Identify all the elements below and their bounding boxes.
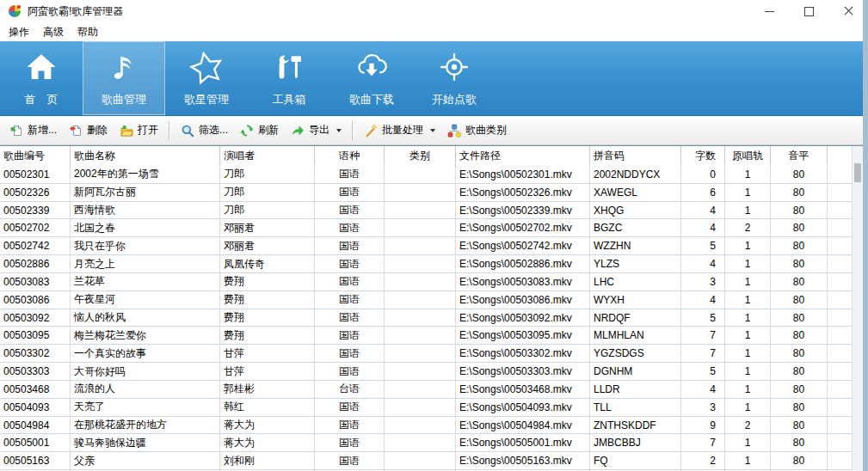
table-row[interactable]: 00502339西海情歌刀郎国语E:\Songs\00502339.mkvXHQ… bbox=[0, 202, 852, 220]
dropdown-arrow-icon[interactable] bbox=[336, 129, 342, 132]
table-row[interactable]: 00502702北国之春邓丽君国语E:\Songs\00502702.mkvBG… bbox=[0, 219, 852, 237]
cell-word-count: 7 bbox=[681, 327, 725, 344]
cell-song-name: 在那桃花盛开的地方 bbox=[71, 417, 220, 434]
table-row[interactable]: 00505001骏马奔驰保边疆蒋大为国语E:\Songs\00505001.mk… bbox=[0, 434, 852, 452]
column-header-volume-level[interactable]: 音平 bbox=[771, 146, 828, 166]
cell-song-name: 月亮之上 bbox=[71, 255, 220, 272]
vertical-scrollbar[interactable] bbox=[852, 146, 863, 471]
cell-pinyin-code: YGZSDGS bbox=[590, 345, 681, 362]
cell-singer: 刘和刚 bbox=[220, 452, 315, 469]
column-header-song-id[interactable]: 歌曲编号 bbox=[0, 146, 71, 166]
cell-song-name: 骏马奔驰保边疆 bbox=[71, 434, 220, 451]
cell-pinyin-code: YLZS bbox=[590, 255, 681, 272]
cell-original-track: 1 bbox=[725, 309, 771, 327]
table-row[interactable]: 00502326新阿瓦尔古丽刀郎国语E:\Songs\00502326.mkvX… bbox=[0, 184, 852, 202]
filter-icon bbox=[181, 124, 194, 138]
table-row[interactable]: 00504984在那桃花盛开的地方蒋大为国语E:\Songs\00504984.… bbox=[0, 417, 852, 435]
dropdown-arrow-icon[interactable] bbox=[430, 129, 435, 132]
table-row[interactable]: 00505163父亲刘和刚国语E:\Songs\00505163.mkvFQ21… bbox=[0, 452, 852, 470]
table-row[interactable]: 00503302一个真实的故事甘萍国语E:\Songs\00503302.mkv… bbox=[0, 345, 852, 363]
cell-file-path: E:\Songs\00502742.mkv bbox=[456, 237, 590, 254]
menu-item-advanced[interactable]: 高级 bbox=[36, 22, 71, 42]
menu-item-operations[interactable]: 操作 bbox=[2, 22, 36, 42]
nav-item-song-download[interactable]: 歌曲下载 bbox=[330, 41, 413, 115]
refresh-button[interactable]: 刷新 bbox=[234, 119, 285, 141]
cell-category bbox=[385, 417, 456, 434]
cell-language: 国语 bbox=[315, 166, 385, 183]
cell-file-path: E:\Songs\00503302.mkv bbox=[456, 345, 590, 362]
maximize-button[interactable] bbox=[789, 0, 828, 22]
minimize-button[interactable] bbox=[749, 0, 789, 22]
table-row[interactable]: 00503468流浪的人郭桂彬台语E:\Songs\00503468.mkvLL… bbox=[0, 381, 852, 399]
new-button[interactable]: 新增... bbox=[3, 119, 63, 141]
cell-category bbox=[385, 184, 456, 201]
table-row[interactable]: 00503095梅兰梅花兰爱你费翔国语E:\Songs\00503095.mkv… bbox=[0, 327, 852, 345]
cell-category bbox=[385, 202, 456, 219]
open-button[interactable]: 打开 bbox=[114, 119, 164, 141]
cell-category bbox=[385, 166, 456, 183]
nav-item-start-song-ordering[interactable]: 开始点歌 bbox=[413, 41, 496, 115]
table-row[interactable]: 00504093天亮了韩红国语E:\Songs\00504093.mkvTLL3… bbox=[0, 399, 852, 417]
column-header-file-path[interactable]: 文件路径 bbox=[456, 146, 590, 166]
nav-item-home[interactable]: 首 页 bbox=[0, 41, 83, 115]
toolbar-button-label: 删除 bbox=[87, 123, 108, 138]
cell-pinyin-code: NRDQF bbox=[590, 309, 681, 327]
column-header-original-track[interactable]: 原唱轨 bbox=[725, 146, 771, 166]
toolbar-button-label: 刷新 bbox=[258, 123, 279, 138]
delete-item-icon bbox=[69, 124, 83, 138]
table-row[interactable]: 00502886月亮之上凤凰传奇国语E:\Songs\00502886.mkvY… bbox=[0, 255, 852, 273]
cell-song-name: 兰花草 bbox=[71, 273, 220, 291]
cell-word-count: 4 bbox=[681, 255, 725, 272]
cell-original-track: 2 bbox=[725, 417, 771, 434]
column-header-word-count[interactable]: 字数 bbox=[681, 146, 725, 166]
cell-file-path: E:\Songs\00503468.mkv bbox=[456, 381, 590, 398]
nav-item-label: 首 页 bbox=[25, 92, 58, 107]
cell-volume-level: 80 bbox=[771, 255, 828, 272]
table-row[interactable]: 005023012002年的第一场雪刀郎国语E:\Songs\00502301.… bbox=[0, 166, 852, 184]
table-row[interactable]: 00503092恼人的秋风费翔国语E:\Songs\00503092.mkvNR… bbox=[0, 309, 852, 327]
cell-filler bbox=[828, 291, 852, 309]
cell-pinyin-code: 2002NDDYCX bbox=[590, 166, 681, 183]
cell-language: 国语 bbox=[315, 291, 385, 309]
table-row[interactable]: 00503303大哥你好吗甘萍国语E:\Songs\00503303.mkvDG… bbox=[0, 363, 852, 381]
table-row[interactable]: 00502742我只在乎你邓丽君国语E:\Songs\00502742.mkvW… bbox=[0, 237, 852, 255]
column-header-singer[interactable]: 演唱者 bbox=[220, 146, 315, 166]
cell-song-name: 梅兰梅花兰爱你 bbox=[71, 327, 220, 344]
cell-word-count: 9 bbox=[681, 417, 725, 434]
scrollbar-thumb[interactable] bbox=[854, 163, 861, 182]
nav-item-song-management[interactable]: 歌曲管理 bbox=[83, 41, 165, 115]
column-header-pinyin-code[interactable]: 拼音码 bbox=[590, 146, 681, 166]
cell-filler bbox=[828, 327, 852, 344]
cell-song-name: 天亮了 bbox=[71, 399, 220, 416]
nav-item-toolbox[interactable]: 工具箱 bbox=[248, 41, 330, 115]
target-icon bbox=[436, 49, 472, 85]
cell-language: 国语 bbox=[315, 327, 385, 344]
batch-process-button[interactable]: 批量处理 bbox=[358, 119, 441, 141]
cell-song-name: 北国之春 bbox=[71, 219, 220, 236]
filter-button[interactable]: 筛选... bbox=[175, 119, 234, 141]
cell-filler bbox=[828, 452, 852, 469]
column-header-song-name[interactable]: 歌曲名称 bbox=[71, 146, 220, 166]
cell-volume-level: 80 bbox=[771, 434, 828, 451]
cell-original-track: 1 bbox=[725, 452, 771, 469]
column-header-category[interactable]: 类别 bbox=[385, 146, 456, 166]
toolbar-button-label: 新增... bbox=[28, 123, 57, 138]
open-folder-icon bbox=[120, 124, 133, 138]
cell-language: 国语 bbox=[315, 219, 385, 236]
cell-singer: 刀郎 bbox=[220, 202, 315, 219]
cell-file-path: E:\Songs\00503092.mkv bbox=[456, 309, 590, 327]
cell-pinyin-code: XHQG bbox=[590, 202, 681, 219]
toolbar-separator bbox=[169, 121, 170, 140]
delete-button[interactable]: 删除 bbox=[63, 119, 114, 141]
song-category-button[interactable]: 歌曲类别 bbox=[441, 119, 513, 141]
table-row[interactable]: 00503083兰花草费翔国语E:\Songs\00503083.mkvLHC3… bbox=[0, 273, 852, 291]
menu-item-help[interactable]: 帮助 bbox=[71, 22, 105, 42]
cell-song-id: 00505001 bbox=[0, 434, 71, 451]
nav-item-singer-management[interactable]: 歌星管理 bbox=[165, 41, 248, 115]
column-header-language[interactable]: 语种 bbox=[315, 146, 385, 166]
cell-song-name: 恼人的秋风 bbox=[71, 309, 220, 327]
export-button[interactable]: 导出 bbox=[285, 119, 348, 141]
cell-file-path: E:\Songs\00505163.mkv bbox=[456, 452, 590, 469]
table-row[interactable]: 00503086午夜星河费翔国语E:\Songs\00503086.mkvWYX… bbox=[0, 291, 852, 309]
nav-item-label: 歌曲管理 bbox=[102, 92, 146, 107]
